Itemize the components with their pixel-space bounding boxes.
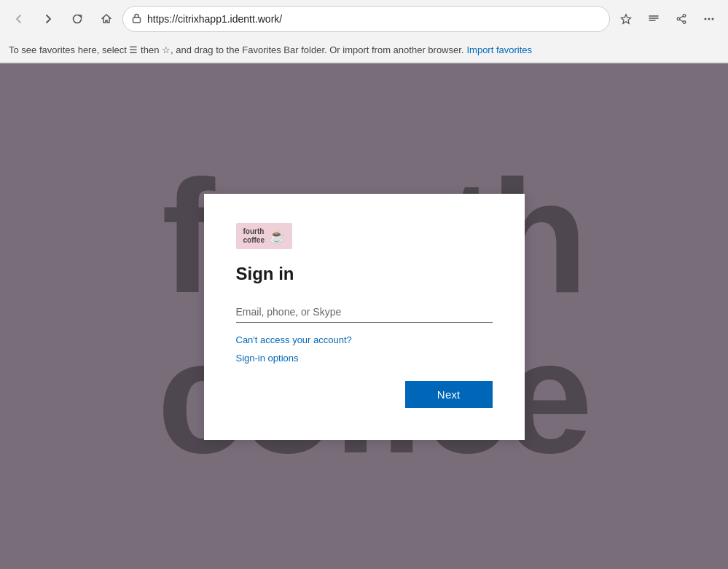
brand-logo: fourth coffee ☕ (236, 223, 292, 249)
signin-title: Sign in (236, 264, 493, 284)
brand-logo-text: fourth coffee (243, 227, 265, 245)
svg-point-7 (677, 17, 680, 20)
signin-footer: Next (236, 381, 493, 408)
url-input[interactable] (147, 13, 600, 25)
svg-point-12 (712, 18, 714, 20)
page-background: fourth coffee fourth coffee ☕ Sign in Ca… (0, 63, 728, 569)
back-button[interactable] (6, 6, 32, 32)
svg-point-10 (705, 18, 707, 20)
svg-marker-1 (622, 15, 631, 23)
forward-button[interactable] (35, 6, 61, 32)
home-button[interactable] (93, 6, 120, 32)
svg-point-5 (683, 15, 686, 17)
browser-toolbar (0, 0, 728, 38)
svg-line-8 (680, 16, 683, 18)
share-button[interactable] (668, 6, 694, 32)
more-button[interactable] (696, 6, 722, 32)
coffee-cup-icon: ☕ (269, 228, 285, 244)
signin-card: fourth coffee ☕ Sign in Can't access you… (204, 194, 525, 440)
svg-point-11 (708, 18, 711, 20)
svg-point-6 (683, 21, 686, 24)
signin-options-link[interactable]: Sign-in options (236, 353, 493, 364)
read-view-button[interactable] (641, 6, 667, 32)
lock-icon (132, 13, 141, 25)
favorites-bar-text: To see favorites here, select ☰ then ☆, … (9, 44, 463, 55)
next-button[interactable]: Next (405, 381, 493, 408)
import-favorites-link[interactable]: Import favorites (466, 44, 532, 55)
cant-access-link[interactable]: Can't access your account? (236, 334, 493, 345)
toolbar-actions (613, 6, 722, 32)
favorites-bar: To see favorites here, select ☰ then ☆, … (0, 38, 728, 63)
browser-chrome: To see favorites here, select ☰ then ☆, … (0, 0, 728, 63)
email-input-group (236, 302, 493, 323)
email-input[interactable] (236, 302, 493, 323)
favorites-button[interactable] (613, 6, 639, 32)
refresh-button[interactable] (64, 6, 90, 32)
address-bar[interactable] (122, 6, 610, 32)
svg-rect-0 (133, 17, 141, 23)
svg-line-9 (680, 20, 683, 22)
